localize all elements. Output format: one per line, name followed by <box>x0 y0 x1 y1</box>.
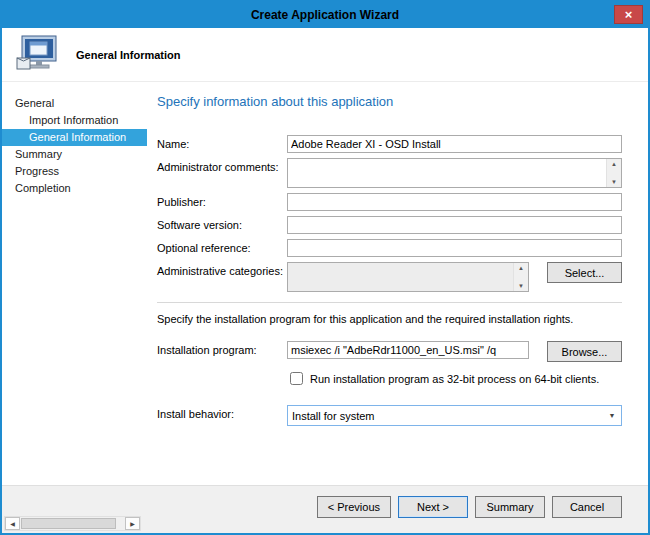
administrator-comments-row: Administrator comments: ▲ ▼ <box>157 158 622 188</box>
header-title: General Information <box>76 49 181 61</box>
wizard-page: Specify information about this applicati… <box>147 82 648 485</box>
nav-horizontal-scrollbar[interactable]: ◀ ▶ <box>4 516 141 531</box>
optional-reference-label: Optional reference: <box>157 239 287 254</box>
close-icon: × <box>625 8 633 21</box>
install-behavior-label: Install behavior: <box>157 405 287 420</box>
administrative-categories-input: ▲ ▼ <box>287 262 529 292</box>
window-title: Create Application Wizard <box>251 8 399 22</box>
section-divider <box>157 302 622 303</box>
name-label: Name: <box>157 135 287 150</box>
administrative-categories-row: Administrative categories: ▲ ▼ Select... <box>157 262 622 292</box>
installation-note: Specify the installation program for thi… <box>157 313 622 325</box>
publisher-input[interactable] <box>287 193 622 211</box>
installation-program-input[interactable] <box>287 341 529 359</box>
page-title: Specify information about this applicati… <box>157 94 622 109</box>
sidebar-item-import-information[interactable]: Import Information <box>2 112 147 129</box>
optional-reference-input[interactable] <box>287 239 622 257</box>
publisher-row: Publisher: <box>157 193 622 211</box>
application-icon <box>16 35 60 75</box>
next-button[interactable]: Next > <box>398 496 468 518</box>
scroll-down-icon: ▼ <box>611 179 617 185</box>
sidebar-item-completion[interactable]: Completion <box>2 180 147 197</box>
scroll-up-icon: ▲ <box>611 161 617 167</box>
scroll-up-icon: ▲ <box>518 265 524 271</box>
scrollbar-track[interactable] <box>20 517 125 530</box>
summary-button[interactable]: Summary <box>475 496 545 518</box>
select-button[interactable]: Select... <box>547 262 622 283</box>
installation-program-row: Installation program: Browse... <box>157 341 622 362</box>
wizard-nav: General Import Information General Infor… <box>2 82 147 485</box>
chevron-down-icon: ▼ <box>604 407 620 424</box>
scroll-right-icon: ▶ <box>130 521 135 527</box>
administrator-comments-text <box>288 159 606 187</box>
scroll-right-button[interactable]: ▶ <box>125 517 140 530</box>
install-behavior-value: Install for system <box>292 410 375 422</box>
previous-button[interactable]: < Previous <box>317 496 391 518</box>
run-32bit-checkbox[interactable] <box>290 372 303 385</box>
publisher-label: Publisher: <box>157 193 287 208</box>
sidebar-item-general[interactable]: General <box>2 95 147 112</box>
comments-scrollbar[interactable]: ▲ ▼ <box>606 159 621 187</box>
name-row: Name: <box>157 135 622 153</box>
scrollbar-thumb[interactable] <box>21 518 116 529</box>
browse-button[interactable]: Browse... <box>547 341 622 362</box>
software-version-input[interactable] <box>287 216 622 234</box>
software-version-label: Software version: <box>157 216 287 231</box>
installation-program-label: Installation program: <box>157 341 287 356</box>
scroll-left-icon: ◀ <box>10 521 15 527</box>
sidebar-item-summary[interactable]: Summary <box>2 146 147 163</box>
install-behavior-select[interactable]: Install for system ▼ <box>287 405 622 426</box>
wizard-header: General Information <box>2 28 648 82</box>
create-application-wizard-window: Create Application Wizard × General Info… <box>0 0 650 535</box>
sidebar-item-progress[interactable]: Progress <box>2 163 147 180</box>
close-button[interactable]: × <box>614 5 643 24</box>
administrative-categories-text <box>288 263 513 291</box>
scroll-down-icon: ▼ <box>518 283 524 289</box>
administrator-comments-label: Administrator comments: <box>157 158 287 173</box>
administrator-comments-input[interactable]: ▲ ▼ <box>287 158 622 188</box>
name-input[interactable] <box>287 135 622 153</box>
optional-reference-row: Optional reference: <box>157 239 622 257</box>
categories-scrollbar: ▲ ▼ <box>513 263 528 291</box>
administrative-categories-label: Administrative categories: <box>157 262 287 277</box>
cancel-button[interactable]: Cancel <box>552 496 622 518</box>
scroll-left-button[interactable]: ◀ <box>5 517 20 530</box>
wizard-body: General Import Information General Infor… <box>2 82 648 485</box>
run-32bit-row: Run installation program as 32-bit proce… <box>287 372 622 385</box>
titlebar: Create Application Wizard × <box>2 2 648 28</box>
install-behavior-row: Install behavior: Install for system ▼ <box>157 405 622 426</box>
run-32bit-label[interactable]: Run installation program as 32-bit proce… <box>310 373 599 385</box>
sidebar-item-general-information[interactable]: General Information <box>2 129 147 146</box>
software-version-row: Software version: <box>157 216 622 234</box>
